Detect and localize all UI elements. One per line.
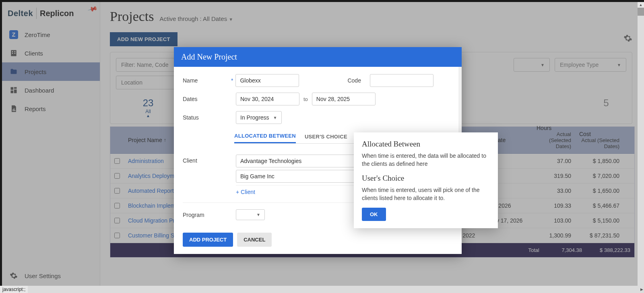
browser-vertical-scrollbar[interactable]: ▲	[638, 2, 644, 286]
scroll-right-icon[interactable]: ▶	[640, 287, 643, 291]
scroll-up-icon[interactable]: ▲	[638, 2, 644, 8]
cancel-button[interactable]: CANCEL	[237, 233, 272, 247]
modal-title: Add New Project	[174, 47, 462, 67]
help-popover: Allocated Between When time is entered, …	[354, 132, 498, 228]
label-to: to	[303, 96, 308, 102]
tab-users-choice[interactable]: USER'S CHOICE	[305, 130, 347, 143]
popover-text-2: When time is entered, users will pick on…	[362, 186, 490, 202]
scroll-thumb[interactable]	[638, 8, 644, 16]
tab-allocated-between[interactable]: ALLOCATED BETWEEN	[234, 130, 296, 143]
required-mark: *	[231, 77, 233, 84]
label-name: Name	[183, 77, 231, 84]
add-project-button[interactable]: ADD PROJECT	[183, 233, 233, 247]
project-code-input[interactable]	[370, 74, 433, 87]
label-status: Status	[183, 114, 231, 121]
modal-scrollbar[interactable]	[458, 67, 462, 89]
popover-text-1: When time is entered, the data will be a…	[362, 152, 490, 168]
caret-down-icon: ▼	[256, 213, 260, 217]
label-client: Client	[183, 147, 231, 198]
status-select[interactable]: In Progress ▼	[236, 111, 282, 124]
popover-heading-2: User's Choice	[362, 174, 490, 183]
popover-ok-button[interactable]: OK	[362, 208, 386, 221]
label-code: Code	[347, 77, 370, 84]
status-text: javascript:;	[0, 286, 28, 293]
browser-status-bar: javascript:; ▶	[0, 286, 644, 293]
add-client-link[interactable]: + Client	[236, 189, 255, 195]
popover-heading-1: Allocated Between	[362, 140, 490, 149]
program-select[interactable]: ▼	[236, 209, 265, 220]
caret-down-icon: ▼	[273, 116, 277, 120]
project-name-input[interactable]	[235, 74, 299, 87]
label-dates: Dates	[183, 96, 231, 102]
end-date-input[interactable]	[312, 93, 376, 105]
start-date-input[interactable]	[236, 93, 299, 105]
label-program: Program	[183, 212, 231, 218]
